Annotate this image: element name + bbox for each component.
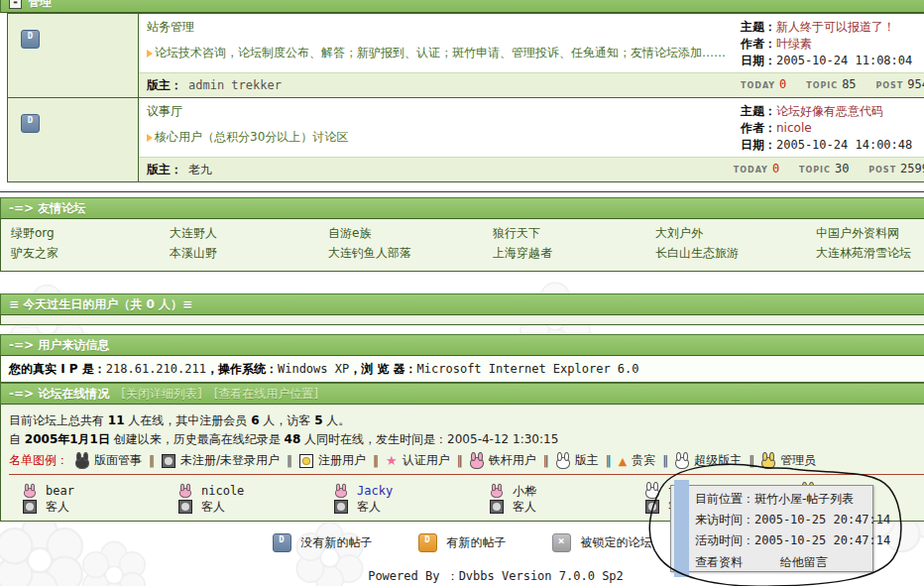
today-count: 0: [779, 77, 786, 91]
friend-link[interactable]: 驴友之家: [11, 245, 170, 262]
forum-title-link[interactable]: 议事厅: [147, 103, 182, 120]
legend-item: 管理员: [761, 452, 816, 469]
friend-link[interactable]: 大连林苑滑雪论坛: [816, 245, 924, 262]
user-group: 客人: [513, 499, 536, 515]
topic-count: 85: [842, 77, 856, 91]
view-online-location-link[interactable]: [查看在线用户位置]: [214, 384, 318, 404]
birthday-empty-list: [0, 315, 924, 325]
tooltip-visit-time: 来访时间：2005-10-25 20:47:14: [695, 510, 866, 530]
moderator-link[interactable]: 老九: [188, 163, 212, 176]
friend-link[interactable]: 本溪山野: [170, 245, 328, 262]
forum-title-link[interactable]: 站务管理: [147, 19, 194, 36]
friend-link[interactable]: 狼行天下: [493, 225, 655, 242]
view-profile-link[interactable]: 查看资料: [695, 555, 743, 569]
no-new-posts-icon: [21, 30, 40, 49]
legend-item: 版主: [556, 452, 599, 469]
legend-item: 未注册/未登录用户: [162, 452, 280, 469]
category-bar-clip: 管理: [0, 0, 924, 13]
friend-link[interactable]: 自游e族: [328, 225, 493, 242]
online-user: nicole 客人: [178, 483, 334, 515]
d-blue-icon: [273, 533, 291, 552]
forum-status-cell: [8, 98, 139, 181]
online-user: Jacky 客人: [334, 483, 490, 515]
moderators: 版主：老九: [147, 162, 212, 177]
friend-link[interactable]: 上海穿越者: [493, 245, 655, 262]
today-count: 0: [772, 162, 779, 176]
arrow-bullet-icon: [147, 50, 153, 58]
square-dark-face-icon: [490, 500, 504, 514]
topic-count: 30: [835, 162, 849, 176]
x-gray-icon: [552, 533, 571, 552]
legend-label: 名单图例：: [9, 452, 68, 469]
bunny-white-icon: [675, 457, 689, 469]
bunny-yellow-icon: [761, 457, 775, 469]
username-link[interactable]: bear: [46, 483, 74, 499]
online-status-header: -=> 论坛在线情况 [关闭详细列表] [查看在线用户位置]: [0, 383, 924, 405]
friend-link[interactable]: 大连野人: [170, 225, 328, 242]
username-link[interactable]: nicole: [201, 483, 244, 499]
legend-locked-forum: 被锁定的论坛: [552, 533, 652, 552]
forum-description: 核心用户（总积分30分以上）讨论区: [147, 129, 348, 146]
bunny-pink-icon: [335, 488, 347, 498]
visitor-info-body: 您的真实 I P 是：218.61.210.211，操作系统：Windows X…: [0, 356, 924, 383]
last-post-date: 2005-10-24 11:08:04: [776, 54, 912, 67]
online-count-line: 目前论坛上总共有 11 人在线，其中注册会员 6 人，访客 5 人。: [9, 412, 924, 429]
moderator-link[interactable]: admin trekker: [188, 78, 282, 92]
friend-link[interactable]: 绿野org: [11, 225, 170, 242]
friend-link[interactable]: 大连钓鱼人部落: [328, 245, 493, 262]
legend-item: 贵宾: [619, 452, 655, 469]
last-topic-link[interactable]: 论坛好像有恶意代码: [776, 104, 883, 118]
category-title[interactable]: 管理: [28, 0, 52, 12]
section-divider: [0, 191, 924, 192]
bunny-white-icon: [556, 457, 570, 469]
last-author-link[interactable]: 叶绿素: [776, 37, 812, 51]
bunny-pink-icon: [179, 488, 191, 498]
bunny-pink-icon: [491, 488, 503, 498]
square-dark-face-icon: [23, 500, 37, 514]
forum-stats: TODAY0 TOPIC30 POST2599: [718, 161, 924, 178]
moderators: 版主：admin trekker: [147, 77, 282, 93]
last-topic-link[interactable]: 新人终于可以报道了！: [776, 20, 895, 34]
forum-table: 站务管理 论坛技术咨询，论坛制度公布、解答；新驴报到、认证；斑竹申请、管理投诉、…: [7, 13, 924, 182]
friend-link[interactable]: 大刘户外: [655, 225, 816, 242]
visitor-info-section: -=> 用户来访信息 您的真实 I P 是：218.61.210.211，操作系…: [0, 334, 924, 383]
post-count: 2599: [900, 162, 924, 176]
bunny-white-icon: [645, 487, 659, 499]
forum-status-cell: [8, 14, 139, 97]
online-record-line: 自 2005年1月1日 创建以来，历史最高在线纪录是 48 人同时在线，发生时间…: [9, 431, 924, 448]
user-group: 客人: [357, 499, 381, 515]
legend-item: 超级版主: [675, 452, 742, 469]
username-link[interactable]: 小桦: [513, 483, 536, 499]
pink-star-icon: [386, 453, 398, 468]
orange-triangle-icon: [619, 454, 627, 468]
tooltip-active-time: 活动时间：2005-10-25 20:47:14: [695, 530, 866, 551]
last-post-date: 2005-10-24 14:00:48: [776, 138, 912, 152]
legend-item: 铁杆用户: [470, 452, 536, 469]
birthday-header: ≡ 今天过生日的用户（共 0 人）≡: [0, 293, 924, 315]
visitor-browser: Microsoft Internet Explorer 6.0: [417, 362, 639, 376]
user-hover-tooltip: 目前位置：斑竹小屋-帖子列表 来访时间：2005-10-25 20:47:14 …: [670, 485, 873, 572]
collapse-icon[interactable]: [9, 0, 22, 9]
user-group: 客人: [46, 499, 69, 515]
tooltip-location: 目前位置：斑竹小屋-帖子列表: [695, 489, 866, 510]
forum-row: 站务管理 论坛技术咨询，论坛制度公布、解答；新驴报到、认证；斑竹申请、管理投诉、…: [8, 14, 924, 97]
username-link[interactable]: Jacky: [357, 483, 393, 499]
visitor-info-header: -=> 用户来访信息: [0, 334, 924, 356]
friend-forums-header: -=> 友情论坛: [0, 197, 924, 219]
close-detail-list-link[interactable]: [关闭详细列表]: [121, 384, 201, 404]
friend-link[interactable]: 长白山生态旅游: [655, 245, 816, 262]
friend-forums-links: 绿野org 大连野人 自游e族 狼行天下 大刘户外 中国户外资料网 驴友之家 本…: [0, 219, 924, 272]
d-orange-icon: [418, 533, 437, 552]
square-dark-face-icon: [178, 500, 192, 514]
friend-link[interactable]: 中国户外资料网: [816, 225, 924, 242]
category-bar: 管理: [0, 0, 924, 13]
forum-stats: TODAY0 TOPIC85 POST954: [725, 76, 924, 94]
last-post-info: 主题：论坛好像有恶意代码 作者：nicole 日期：2005-10-24 14:…: [741, 103, 924, 154]
leave-message-link[interactable]: 给他留言: [780, 555, 828, 569]
forum-row: 议事厅 核心用户（总积分30分以上）讨论区 主题：论坛好像有恶意代码 作者：ni…: [8, 97, 924, 181]
online-user: 小桦 客人: [490, 483, 645, 515]
bunny-pink-icon: [24, 488, 36, 498]
last-author-link[interactable]: nicole: [776, 121, 812, 135]
friend-forums-section: -=> 友情论坛 绿野org 大连野人 自游e族 狼行天下 大刘户外 中国户外资…: [0, 197, 924, 272]
birthday-section: ≡ 今天过生日的用户（共 0 人）≡: [0, 293, 924, 325]
